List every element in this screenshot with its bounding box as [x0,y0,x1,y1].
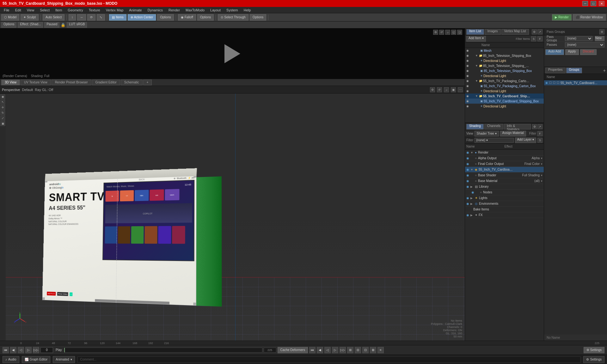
timeline-scrubber[interactable] [64,348,262,353]
tab-vertex-map-list[interactable]: Vertex Map List [501,29,529,35]
tool-eye[interactable]: ◉ [0,94,5,99]
pass-groups-select[interactable]: (none) [565,36,592,41]
panel-settings-icon[interactable]: ⚙ [532,29,537,34]
tab-uv-texture[interactable]: UV Texture View [21,80,51,85]
render-button[interactable]: ▶ Render [552,14,572,21]
menu-maxtomodo[interactable]: MaxToModo [183,8,207,13]
transport-rt-5[interactable]: ▷▷ [340,347,346,353]
pg-settings-icon[interactable]: ⚙ [599,29,604,34]
groups-content[interactable]: ◉ ☐ ☐ ☐ 55_Inch_TV_Cardboard_Ship... [544,80,607,335]
vp-ctrl-settings[interactable]: ⋯ [458,87,463,92]
options-button-2[interactable]: Options [197,14,214,21]
pass-groups-new-btn[interactable]: New [595,36,604,41]
render-strip-icon-3[interactable]: ⌕ [445,30,450,35]
passes-select[interactable]: (none) [565,42,604,47]
shader-55inch[interactable]: ◉ ▼ ◆ 55_Inch_TV_Cardboard_S... [465,167,544,173]
filter-select[interactable]: (none) ▾ [475,138,513,143]
effect-label[interactable]: Effect: (Shad... [18,22,43,28]
menu-view[interactable]: View [24,8,37,13]
tree-item-group4[interactable]: ◉ ▼ 📁 55_Inch_TV_Cardboard_Shipping_... [465,94,544,99]
tab-images[interactable]: Images [485,29,501,35]
tab-shading[interactable]: Shading [466,124,484,130]
transport-skip-start[interactable]: ⏮ [3,347,9,353]
transform-btn-3[interactable]: ⟳ [87,14,95,21]
transport-rt-2[interactable]: ◀ [317,347,323,353]
cache-deformers-button[interactable]: Cache Deformers [278,347,308,353]
vp-ctrl-lock[interactable]: ⚙ [430,87,435,92]
menu-vertex-map[interactable]: Vertex Map [103,8,126,13]
comment-field[interactable]: Comment... [77,356,581,363]
tool-move[interactable]: ✛ [0,105,5,110]
items-button[interactable]: ▤ Items [109,14,126,21]
transport-extra-5[interactable]: ≡ [377,347,384,353]
audio-button[interactable]: ♪ Audio [3,356,19,363]
add-item-button[interactable]: Add Item ▾ [466,36,486,42]
settings-button[interactable]: ⚙ Settings [584,347,604,353]
item-list-content[interactable]: ◉ ▣ Mesh ◉ ▼ 📁 [465,48,544,123]
transport-prev[interactable]: ◁ [18,347,24,353]
shader-final-color[interactable]: ◉ ○ Final Color Output Final Color ▾ [465,161,544,167]
tree-item-mesh4[interactable]: ◉ ▣ 55_Inch_TV_Cardboard_Shipping_Box [465,99,544,104]
render-window-button[interactable]: ⬛ Render Window [573,14,606,21]
tool-transform[interactable]: ▣ [0,121,5,126]
menu-help[interactable]: Help [241,8,254,13]
tab-3d-view[interactable]: 3D View [1,80,20,85]
auto-select-button[interactable]: Auto Select [43,14,64,21]
discard-button[interactable]: Discard [580,49,597,55]
shader-render[interactable]: ◉ ▼ ● Render [465,150,544,155]
select-through-button[interactable]: ⊙ Select Through [218,14,248,21]
apply-button[interactable]: Apply [565,49,579,55]
tab-item-list[interactable]: Item List [466,29,484,35]
frame-input[interactable] [40,347,53,353]
vp-ctrl-reset[interactable]: ↺ [437,87,442,92]
filter-f-shading[interactable]: F [537,131,543,136]
render-strip-icon-4[interactable]: ◱ [451,30,456,35]
shader-s-icon[interactable]: S [537,138,543,143]
vp-ctrl-zoom[interactable]: ⌕ [444,87,449,92]
group-item-1[interactable]: ◉ ☐ ☐ ☐ 55_Inch_TV_Cardboard_Ship... [544,80,607,85]
menu-layout[interactable]: Layout [208,8,223,13]
shader-tree-select[interactable]: Shader Tree ▾ [475,131,499,136]
model-button[interactable]: ⬡ Model [1,14,19,21]
shader-library[interactable]: ◉ ▶ ▤ Library [465,184,544,190]
menu-render[interactable]: Render [166,8,182,13]
minimize-button[interactable]: ─ [582,1,588,6]
transform-btn-4[interactable]: ⤡ [97,14,105,21]
lut-label[interactable]: LUT: sRGB [67,22,87,28]
transport-play[interactable]: ▷ [25,347,32,353]
tree-item-light4[interactable]: ◉ ☀ Directional Light [465,104,544,109]
menu-geometry[interactable]: Geometry [65,8,85,13]
scene-canvas[interactable]: androidtv ✿ OkGoogle SMART TV A4 SERIES … [6,94,465,341]
options-label[interactable]: Options [1,22,16,28]
tool-select[interactable]: ↖ [0,100,5,105]
3d-viewport[interactable]: Perspective Default Ray GL: Off ⚙ ↺ ⌕ ▣ … [0,86,465,341]
action-center-button[interactable]: ⊕ Action Center [128,14,156,21]
tree-item-group3[interactable]: ◉ ▼ 📁 55_Inch_TV_Packaging_Carton_Box_mo… [465,78,544,83]
shader-tree-content[interactable]: ◉ ▼ ● Render ◉ ○ Alpha Ou [465,150,544,341]
transport-rt-1[interactable]: ⏮ [309,347,316,353]
menu-file[interactable]: File [1,8,12,13]
options-button-1[interactable]: Options [157,14,174,21]
tool-rotate[interactable]: ↻ [0,110,5,115]
vp-ctrl-fit[interactable]: ▣ [451,87,456,92]
add-layer-button[interactable]: Add Layer ▾ [515,137,536,143]
tab-render-preset[interactable]: Render Preset Browser [52,80,91,85]
tree-item-light2[interactable]: ◉ ☀ Directional Light [465,73,544,78]
tree-item-group2[interactable]: ◉ ▼ 📁 85_Inch_Television_Shipping_Box_mo… [465,63,544,68]
filter-f-icon[interactable]: F [537,36,543,41]
render-strip-icon-1[interactable]: ⚙ [433,30,438,35]
tab-groups[interactable]: Groups [566,68,582,73]
shader-lights[interactable]: ◉ ▶ ☀ Lights [465,195,544,201]
auto-add-button[interactable]: Auto Add [545,49,564,55]
close-button[interactable]: ✕ [599,1,604,6]
animated-button[interactable]: Animated ▾ [53,356,75,363]
menu-dynamics[interactable]: Dynamics [145,8,165,13]
filter-icon[interactable]: S [531,36,536,41]
transport-rt-4[interactable]: ▷ [332,347,338,353]
tab-gradient-editor[interactable]: Gradient Editor [92,80,120,85]
tab-schematic[interactable]: Schematic [121,80,143,85]
paused-button[interactable]: Paused [44,22,59,28]
assign-material-button[interactable]: Assign Material [500,131,526,136]
render-strip-icon-5[interactable]: ◲ [457,30,462,35]
shader-base-material[interactable]: ◉ ○ Base Material (all) ▾ [465,178,544,184]
